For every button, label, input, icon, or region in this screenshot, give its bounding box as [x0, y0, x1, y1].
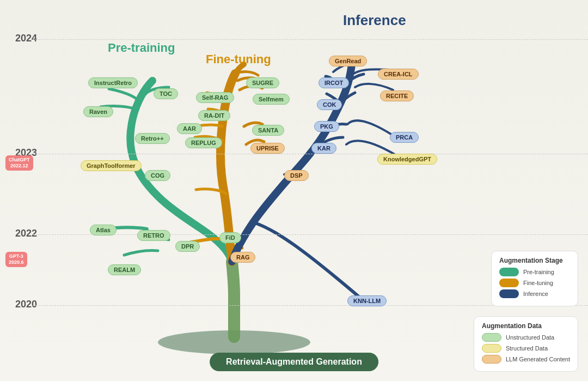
node-recite: RECITE	[380, 90, 414, 101]
main-container: 2024 2023 2022 2020 ChatGPT2022.12 GPT-3…	[0, 0, 588, 381]
chatgpt-badge: ChatGPT2022.12	[5, 155, 33, 171]
node-pkg: PKG	[314, 121, 339, 132]
legend-data-title: Augmentation Data	[482, 322, 570, 330]
node-radit: RA-DIT	[198, 110, 230, 121]
node-atlas: Atlas	[90, 225, 117, 235]
node-fid: FiD	[219, 232, 241, 243]
year-2020: 2020	[15, 299, 37, 310]
inference-title: Inference	[343, 12, 406, 29]
node-realm: REALM	[108, 264, 141, 275]
node-toc: TOC	[154, 88, 178, 99]
node-genread: GenRead	[329, 56, 367, 66]
node-retroplusplus: Retro++	[135, 133, 170, 144]
node-knowledgedgpt: KnowledgedGPT	[377, 154, 437, 165]
legend-structured: Structured Data	[482, 344, 570, 353]
node-sugre: SUGRE	[246, 77, 279, 88]
node-uprise: UPRISE	[250, 143, 285, 154]
finetuning-title: Fine-tuning	[206, 52, 271, 66]
node-dpr: DPR	[175, 241, 200, 252]
node-knnllm: KNN-LLM	[347, 295, 387, 306]
node-selfrag: Self-RAG	[196, 92, 234, 103]
node-raven: Raven	[83, 106, 113, 117]
year-2024: 2024	[15, 33, 37, 44]
node-kar: KAR	[311, 143, 336, 154]
timeline-line-2024	[33, 39, 588, 40]
node-retro: RETRO	[137, 230, 170, 241]
node-graphtoolformer: GraphToolformer	[81, 160, 142, 171]
year-2022: 2022	[15, 228, 37, 239]
timeline-line-2022	[33, 234, 588, 235]
pretraining-title: Pre-training	[108, 41, 175, 55]
legend-pretraining: Pre-training	[499, 268, 570, 276]
node-cok: COK	[317, 99, 342, 110]
legend-finetuning: Fine-tuning	[499, 279, 570, 287]
node-instructretro: InstructRetro	[88, 77, 138, 88]
node-selfmem: Selfmem	[253, 94, 290, 105]
legend-inference: Inference	[499, 289, 570, 298]
node-prca: PRCA	[390, 132, 419, 143]
node-cog: COG	[145, 170, 170, 181]
gpt3-badge: GPT-32020.6	[5, 252, 27, 267]
node-ircot: IRCOT	[318, 77, 349, 88]
legend-llm-generated: LLM Generated Content	[482, 355, 570, 364]
timeline-line-2023	[33, 154, 588, 154]
legend-stage: Augmentation Stage Pre-training Fine-tun…	[491, 251, 578, 306]
node-rag: RAG	[230, 252, 255, 263]
node-santa: SANTA	[252, 125, 284, 136]
node-replug: REPLUG	[185, 137, 222, 148]
bottom-title: Retrieval-Augmented Generation	[210, 353, 378, 371]
legend-stage-title: Augmentation Stage	[499, 257, 570, 264]
legend-unstructured: Unstructured Data	[482, 333, 570, 342]
node-aar: AAR	[177, 123, 202, 134]
node-dsp: DSP	[284, 170, 309, 181]
node-creaicl: CREA-ICL	[378, 69, 419, 80]
legend-data: Augmentation Data Unstructured Data Stru…	[474, 316, 578, 372]
